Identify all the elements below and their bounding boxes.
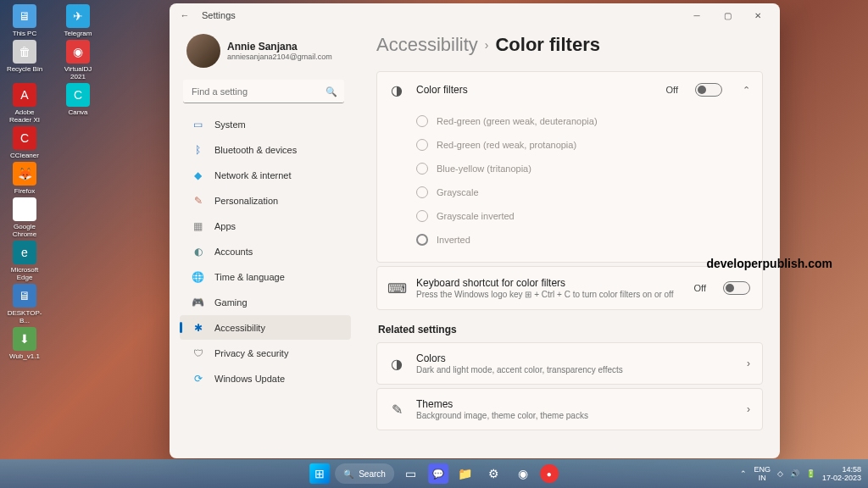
nav-icon: 🌐 bbox=[192, 270, 204, 283]
radio-icon bbox=[416, 163, 428, 175]
language-indicator[interactable]: ENGIN bbox=[754, 465, 771, 482]
desktop-icon-microsoft-edge[interactable]: eMicrosoft Edge bbox=[4, 241, 45, 281]
desktop-icon-google-chrome[interactable]: ◉Google Chrome bbox=[4, 197, 45, 238]
desktop-icon-firefox[interactable]: 🦊Firefox bbox=[4, 162, 45, 195]
start-button[interactable]: ⊞ bbox=[309, 463, 330, 484]
filter-option[interactable]: Inverted bbox=[416, 228, 750, 252]
search-input[interactable] bbox=[183, 80, 344, 103]
profile[interactable]: Annie Sanjana anniesanjana2104@gmail.com bbox=[180, 30, 351, 76]
color-filters-toggle[interactable] bbox=[695, 83, 722, 97]
nav-icon: ✱ bbox=[192, 321, 204, 334]
chevron-right-icon: › bbox=[747, 403, 750, 415]
nav-label: Bluetooth & devices bbox=[214, 145, 297, 155]
related-heading: Related settings bbox=[378, 324, 763, 336]
search-box: 🔍 bbox=[183, 80, 344, 103]
nav-icon: ◐ bbox=[192, 245, 204, 258]
battery-icon[interactable]: 🔋 bbox=[806, 469, 815, 478]
nav-icon: ⟳ bbox=[192, 372, 204, 385]
nav-windows-update[interactable]: ⟳Windows Update bbox=[180, 366, 351, 391]
taskbar-app[interactable]: 💬 bbox=[428, 463, 448, 484]
desktop-icon-recycle-bin[interactable]: 🗑Recycle Bin bbox=[4, 40, 45, 80]
shortcut-title: Keyboard shortcut for color filters bbox=[416, 277, 682, 289]
nav-system[interactable]: ▭System bbox=[180, 112, 351, 136]
nav-label: Gaming bbox=[214, 297, 248, 308]
task-view-button[interactable]: ▭ bbox=[399, 462, 423, 485]
nav-label: System bbox=[214, 119, 246, 130]
titlebar: ← Settings ─ ▢ ✕ bbox=[170, 3, 780, 27]
desktop-icon-virtualdj-2021[interactable]: ◉VirtualDJ 2021 bbox=[58, 40, 98, 80]
nav-privacy-security[interactable]: 🛡Privacy & security bbox=[180, 341, 351, 365]
filter-option[interactable]: Grayscale bbox=[416, 180, 750, 204]
nav-network-internet[interactable]: ◆Network & internet bbox=[180, 163, 351, 187]
desktop-icon-telegram[interactable]: ✈Telegram bbox=[58, 4, 98, 37]
nav: ▭SystemᛒBluetooth & devices◆Network & in… bbox=[180, 112, 351, 391]
nav-apps[interactable]: ▦Apps bbox=[180, 214, 351, 238]
maximize-button[interactable]: ▢ bbox=[712, 5, 743, 25]
chevron-right-icon: › bbox=[747, 358, 750, 369]
breadcrumb: Accessibility › Color filters bbox=[376, 34, 763, 56]
minimize-button[interactable]: ─ bbox=[682, 5, 712, 25]
back-button[interactable]: ← bbox=[176, 7, 193, 24]
desktop-icon-canva[interactable]: CCanva bbox=[58, 83, 98, 124]
main-pane: Accessibility › Color filters ◑ Color fi… bbox=[356, 27, 780, 458]
nav-personalization[interactable]: ✎Personalization bbox=[180, 188, 351, 213]
taskbar-search[interactable]: 🔍Search bbox=[335, 463, 394, 484]
wifi-icon[interactable]: ◇ bbox=[777, 469, 783, 478]
color-filters-state: Off bbox=[666, 85, 678, 95]
related-colors[interactable]: ◑ColorsDark and light mode, accent color… bbox=[376, 342, 763, 385]
filter-option[interactable]: Grayscale inverted bbox=[416, 204, 750, 228]
shortcut-sub: Press the Windows logo key ⊞ + Ctrl + C … bbox=[416, 290, 682, 299]
clock[interactable]: 14:5817-02-2023 bbox=[822, 465, 861, 482]
collapse-icon[interactable]: ⌃ bbox=[743, 85, 750, 96]
filter-option-label: Blue-yellow (tritanopia) bbox=[437, 164, 531, 174]
nav-icon: 🛡 bbox=[192, 347, 204, 359]
taskbar-settings[interactable]: ⚙ bbox=[482, 462, 506, 485]
radio-icon bbox=[416, 139, 428, 151]
nav-label: Accounts bbox=[214, 247, 253, 257]
nav-icon: ✎ bbox=[192, 194, 204, 207]
nav-accessibility[interactable]: ✱Accessibility bbox=[180, 315, 351, 340]
taskbar-explorer[interactable]: 📁 bbox=[453, 462, 477, 485]
link-title: Colors bbox=[416, 352, 735, 364]
nav-time-language[interactable]: 🌐Time & language bbox=[180, 264, 351, 289]
filter-option[interactable]: Red-green (green weak, deuteranopia) bbox=[416, 109, 750, 133]
nav-icon: 🎮 bbox=[192, 296, 204, 308]
radio-icon bbox=[416, 186, 428, 198]
taskbar-app2[interactable]: ● bbox=[540, 464, 559, 483]
search-icon: 🔍 bbox=[343, 469, 353, 479]
radio-icon bbox=[416, 210, 428, 222]
related-themes[interactable]: ✎ThemesBackground image, theme color, th… bbox=[376, 388, 763, 430]
nav-gaming[interactable]: 🎮Gaming bbox=[180, 290, 351, 314]
desktop-icon-desktop-b-[interactable]: 🖥DESKTOP-B... bbox=[4, 284, 45, 324]
search-icon: 🔍 bbox=[326, 86, 337, 97]
radio-icon bbox=[416, 234, 428, 246]
nav-label: Privacy & security bbox=[214, 348, 288, 358]
nav-label: Time & language bbox=[214, 272, 285, 282]
filter-options: Red-green (green weak, deuteranopia)Red-… bbox=[377, 108, 762, 262]
link-title: Themes bbox=[416, 398, 735, 410]
close-button[interactable]: ✕ bbox=[743, 5, 773, 25]
chevron-up-icon[interactable]: ⌃ bbox=[740, 469, 747, 478]
taskbar-chrome[interactable]: ◉ bbox=[511, 462, 535, 485]
radio-icon bbox=[416, 115, 428, 127]
desktop-icon-wub-v1-1[interactable]: ⬇Wub_v1.1 bbox=[4, 327, 45, 360]
settings-window: ← Settings ─ ▢ ✕ Annie Sanjana anniesanj… bbox=[170, 3, 780, 458]
nav-label: Apps bbox=[214, 221, 236, 231]
breadcrumb-parent[interactable]: Accessibility bbox=[376, 34, 478, 56]
nav-bluetooth-devices[interactable]: ᛒBluetooth & devices bbox=[180, 137, 351, 162]
filter-option-label: Grayscale inverted bbox=[437, 211, 515, 221]
desktop-icon-this-pc[interactable]: 🖥This PC bbox=[4, 4, 45, 37]
link-icon: ✎ bbox=[389, 402, 404, 417]
desktop-icon-ccleaner[interactable]: CCCleaner bbox=[4, 126, 45, 159]
volume-icon[interactable]: 🔊 bbox=[790, 469, 799, 478]
filter-option[interactable]: Red-green (red weak, protanopia) bbox=[416, 133, 750, 157]
shortcut-card: ⌨ Keyboard shortcut for color filters Pr… bbox=[376, 266, 763, 310]
filter-option[interactable]: Blue-yellow (tritanopia) bbox=[416, 157, 750, 180]
desktop-icon-adobe-reader-xi[interactable]: AAdobe Reader XI bbox=[4, 83, 45, 124]
shortcut-toggle[interactable] bbox=[723, 281, 750, 295]
nav-accounts[interactable]: ◐Accounts bbox=[180, 239, 351, 263]
nav-icon: ▦ bbox=[192, 219, 204, 232]
taskbar: ⊞ 🔍Search ▭ 💬 📁 ⚙ ◉ ● ⌃ ENGIN ◇ 🔊 🔋 14:5… bbox=[0, 459, 868, 488]
sidebar: Annie Sanjana anniesanjana2104@gmail.com… bbox=[170, 27, 356, 458]
color-filters-card: ◑ Color filters Off ⌃ Red-green (green w… bbox=[376, 71, 763, 263]
